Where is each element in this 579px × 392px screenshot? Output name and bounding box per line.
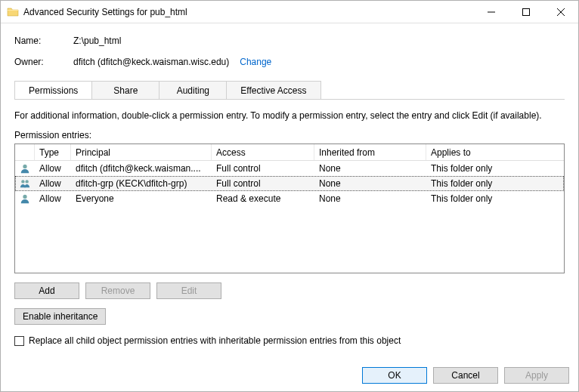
ok-button[interactable]: OK (362, 367, 427, 384)
cell-applies: This folder only (426, 176, 564, 191)
user-icon (15, 191, 35, 206)
tab-permissions[interactable]: Permissions (14, 81, 92, 99)
owner-label: Owner: (14, 57, 73, 67)
replace-children-row: Replace all child object permission entr… (14, 335, 565, 346)
name-label: Name: (14, 35, 73, 46)
window-title: Advanced Security Settings for pub_html (23, 7, 474, 17)
cell-access: Full control (212, 161, 314, 176)
svg-rect-0 (523, 8, 530, 15)
table-row[interactable]: Allowdfitch-grp (KECK\dfitch-grp)Full co… (15, 176, 564, 191)
table-row[interactable]: Allowdfitch (dfitch@keck.waisman....Full… (15, 161, 564, 176)
maximize-button[interactable] (509, 1, 543, 23)
folder-icon (7, 6, 19, 18)
svg-point-1 (23, 165, 26, 168)
name-value: Z:\pub_html (73, 35, 121, 46)
cell-applies: This folder only (426, 161, 564, 176)
tab-underline (14, 99, 565, 100)
tab-description: For additional information, double-click… (14, 110, 565, 121)
svg-point-3 (25, 180, 28, 183)
cell-access: Full control (212, 176, 314, 191)
close-button[interactable] (543, 1, 578, 23)
header-applies[interactable]: Applies to (426, 144, 564, 160)
cell-type: Allow (35, 176, 71, 191)
tab-share[interactable]: Share (91, 81, 159, 99)
cell-principal: dfitch-grp (KECK\dfitch-grp) (71, 176, 212, 191)
permission-entries-table: Type Principal Access Inherited from App… (14, 144, 565, 273)
window-controls (474, 1, 578, 23)
entries-label: Permission entries: (14, 130, 565, 140)
tab-strip: Permissions Share Auditing Effective Acc… (14, 81, 565, 99)
table-header: Type Principal Access Inherited from App… (15, 144, 564, 161)
header-inherited[interactable]: Inherited from (314, 144, 426, 160)
tab-effective-access[interactable]: Effective Access (226, 81, 320, 99)
entry-buttons: Add Remove Edit (14, 282, 565, 299)
owner-value: dfitch (dfitch@keck.waisman.wisc.edu) (73, 57, 229, 67)
apply-button: Apply (504, 367, 569, 384)
add-button[interactable]: Add (14, 282, 79, 299)
replace-children-checkbox[interactable] (14, 336, 24, 346)
cell-inherited: None (314, 176, 426, 191)
header-principal[interactable]: Principal (71, 144, 212, 160)
cell-principal: Everyone (71, 191, 212, 206)
cell-access: Read & execute (212, 191, 314, 206)
window: Advanced Security Settings for pub_html … (0, 0, 579, 392)
cell-inherited: None (314, 161, 426, 176)
inheritance-row: Enable inheritance (14, 308, 565, 325)
table-row[interactable]: AllowEveryoneRead & executeNoneThis fold… (15, 191, 564, 206)
cell-type: Allow (35, 161, 71, 176)
header-icon[interactable] (15, 144, 35, 160)
cell-type: Allow (35, 191, 71, 206)
header-type[interactable]: Type (35, 144, 71, 160)
change-owner-link[interactable]: Change (240, 57, 271, 67)
name-row: Name: Z:\pub_html (14, 32, 565, 49)
header-access[interactable]: Access (212, 144, 314, 160)
dialog-footer: OK Cancel Apply (1, 361, 578, 391)
cell-applies: This folder only (426, 191, 564, 206)
titlebar: Advanced Security Settings for pub_html (1, 1, 578, 23)
table-body: Allowdfitch (dfitch@keck.waisman....Full… (15, 161, 564, 273)
remove-button: Remove (85, 282, 150, 299)
cell-inherited: None (314, 191, 426, 206)
user-icon (15, 161, 35, 176)
owner-row: Owner: dfitch (dfitch@keck.waisman.wisc.… (14, 54, 565, 70)
enable-inheritance-button[interactable]: Enable inheritance (14, 308, 106, 325)
cell-principal: dfitch (dfitch@keck.waisman.... (71, 161, 212, 176)
content-area: Name: Z:\pub_html Owner: dfitch (dfitch@… (1, 23, 578, 361)
minimize-button[interactable] (474, 1, 509, 23)
group-icon (15, 176, 35, 191)
replace-children-label[interactable]: Replace all child object permission entr… (29, 335, 401, 346)
edit-button: Edit (156, 282, 221, 299)
cancel-button[interactable]: Cancel (433, 367, 498, 384)
tab-auditing[interactable]: Auditing (159, 81, 227, 99)
svg-point-2 (21, 180, 24, 183)
svg-point-4 (23, 195, 26, 199)
